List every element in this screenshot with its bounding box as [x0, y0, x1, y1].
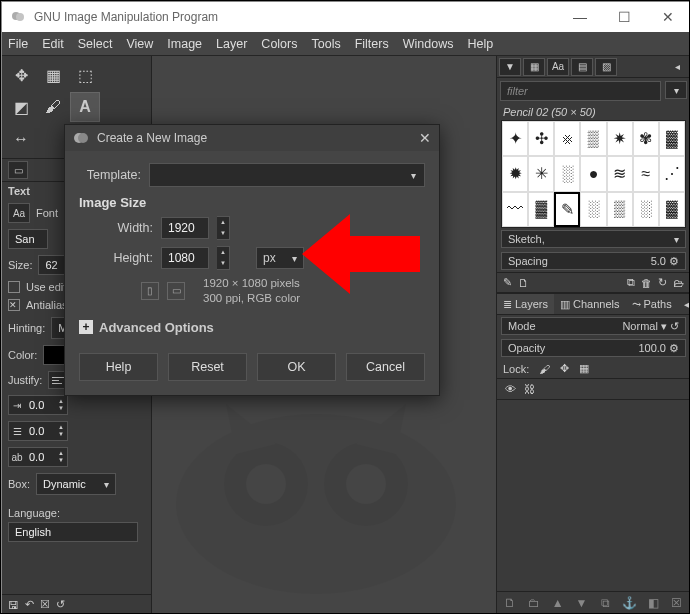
delete-brush-icon[interactable]: 🗑: [641, 277, 652, 289]
dock-tab-gradients[interactable]: ▨: [595, 58, 617, 76]
help-button[interactable]: Help: [79, 353, 158, 381]
font-label: Font: [36, 207, 58, 219]
menu-file[interactable]: File: [8, 37, 28, 51]
sketch-dropdown[interactable]: Sketch,▾: [501, 230, 686, 248]
line-spacing-spin[interactable]: ☰0.0▲▼: [8, 421, 68, 441]
window-title: GNU Image Manipulation Program: [34, 10, 218, 24]
font-family-input[interactable]: San: [8, 229, 48, 249]
mask-layer-button[interactable]: ◧: [644, 594, 662, 612]
link-chain-icon[interactable]: ⛓: [524, 383, 535, 395]
new-brush-icon[interactable]: 🗋: [518, 277, 529, 289]
close-button[interactable]: ✕: [646, 2, 690, 32]
cancel-button[interactable]: Cancel: [346, 353, 425, 381]
letter-spacing-spin[interactable]: ab0.0▲▼: [8, 447, 68, 467]
open-folder-icon[interactable]: 🗁: [673, 277, 684, 289]
merge-layer-button[interactable]: ⚓: [620, 594, 638, 612]
font-preview-icon[interactable]: Aa: [8, 203, 30, 223]
brush-filter-input[interactable]: filter: [500, 81, 661, 101]
portrait-orientation-button[interactable]: ▯: [141, 282, 159, 300]
use-editor-label: Use edit: [26, 281, 66, 293]
svg-point-5: [246, 464, 286, 504]
unit-dropdown[interactable]: px▾: [256, 247, 304, 269]
new-layer-button[interactable]: 🗋: [501, 594, 519, 612]
antialias-checkbox[interactable]: [8, 299, 20, 311]
paths-tab[interactable]: ⤳Paths: [626, 294, 678, 314]
minimize-button[interactable]: —: [558, 2, 602, 32]
delete-layer-button[interactable]: ☒: [668, 594, 686, 612]
delete-options-icon[interactable]: ☒: [40, 598, 50, 611]
menu-layer[interactable]: Layer: [216, 37, 247, 51]
menu-edit[interactable]: Edit: [42, 37, 64, 51]
height-spinner[interactable]: ▲▼: [217, 246, 230, 270]
transform-tool[interactable]: ◩: [6, 92, 36, 122]
brush-grid[interactable]: ✦✣⨳▒✷✾▓ ✹✳░●≋≈⋰ 〰▓✎░▒░▓: [501, 120, 686, 228]
edit-brush-icon[interactable]: ✎: [503, 276, 512, 289]
raise-layer-button[interactable]: ▲: [549, 594, 567, 612]
duplicate-brush-icon[interactable]: ⧉: [627, 276, 635, 289]
dialog-logo-icon: [73, 130, 89, 146]
reset-options-icon[interactable]: ↺: [56, 598, 65, 611]
svg-point-6: [346, 464, 386, 504]
menu-help[interactable]: Help: [467, 37, 493, 51]
language-input[interactable]: English: [8, 522, 138, 542]
lock-position-icon[interactable]: ✥: [560, 362, 569, 375]
menu-tools[interactable]: Tools: [311, 37, 340, 51]
opacity-slider[interactable]: Opacity100.0 ⚙: [501, 339, 686, 357]
advanced-options-toggle[interactable]: + Advanced Options: [79, 320, 425, 335]
save-options-icon[interactable]: 🖫: [8, 599, 19, 611]
new-image-dialog: Create a New Image ✕ Template: ▾ Image S…: [64, 124, 440, 396]
lock-pixels-icon[interactable]: 🖌: [539, 363, 550, 375]
channels-tab[interactable]: ▥Channels: [554, 294, 625, 314]
duplicate-layer-button[interactable]: ⧉: [596, 594, 614, 612]
dock-layers-menu-icon[interactable]: ◂: [678, 294, 690, 314]
reset-button[interactable]: Reset: [168, 353, 247, 381]
indent-first-spin[interactable]: ⇥0.0▲▼: [8, 395, 68, 415]
template-dropdown[interactable]: ▾: [149, 163, 425, 187]
svg-point-1: [16, 13, 24, 21]
lower-layer-button[interactable]: ▼: [573, 594, 591, 612]
menu-view[interactable]: View: [126, 37, 153, 51]
layer-group-button[interactable]: 🗀: [525, 594, 543, 612]
menubar: File Edit Select View Image Layer Colors…: [2, 32, 690, 56]
dock-tab-brushes[interactable]: ▼: [499, 58, 521, 76]
dock-menu-icon[interactable]: ◂: [666, 58, 688, 76]
dock-tab-fonts[interactable]: Aa: [547, 58, 569, 76]
width-spinner[interactable]: ▲▼: [217, 216, 230, 240]
width-input[interactable]: 1920: [161, 217, 209, 239]
mode-dropdown[interactable]: ModeNormal ▾ ↺: [501, 317, 686, 335]
measure-tool[interactable]: ↔: [6, 124, 36, 154]
warp-tool[interactable]: 🖌: [38, 92, 68, 122]
load-options-icon[interactable]: ↶: [25, 598, 34, 611]
ok-button[interactable]: OK: [257, 353, 336, 381]
layers-list[interactable]: [497, 400, 690, 592]
refresh-brush-icon[interactable]: ↻: [658, 276, 667, 289]
layers-tab[interactable]: ≣Layers: [497, 294, 554, 314]
menu-image[interactable]: Image: [167, 37, 202, 51]
align-tool[interactable]: ▦: [38, 60, 68, 90]
app-logo-icon: [10, 9, 26, 25]
dock-tab-history[interactable]: ▤: [571, 58, 593, 76]
select-tool[interactable]: ⬚: [70, 60, 100, 90]
menu-select[interactable]: Select: [78, 37, 113, 51]
menu-colors[interactable]: Colors: [261, 37, 297, 51]
menu-windows[interactable]: Windows: [403, 37, 454, 51]
spacing-slider[interactable]: Spacing5.0 ⚙: [501, 252, 686, 270]
text-tool[interactable]: A: [70, 92, 100, 122]
brush-name-label: Pencil 02 (50 × 50): [497, 104, 690, 120]
template-label: Template:: [79, 168, 141, 182]
landscape-orientation-button[interactable]: ▭: [167, 282, 185, 300]
dock-tab-patterns[interactable]: ▦: [523, 58, 545, 76]
lock-alpha-icon[interactable]: ▦: [579, 362, 589, 375]
box-dropdown[interactable]: Dynamic▾: [36, 473, 116, 495]
maximize-button[interactable]: ☐: [602, 2, 646, 32]
menu-filters[interactable]: Filters: [355, 37, 389, 51]
titlebar: GNU Image Manipulation Program — ☐ ✕: [2, 2, 690, 32]
use-editor-checkbox[interactable]: [8, 281, 20, 293]
filter-tags-icon[interactable]: ▾: [665, 81, 687, 99]
height-input[interactable]: 1080: [161, 247, 209, 269]
size-label: Size:: [8, 259, 32, 271]
move-tool[interactable]: ✥: [6, 60, 36, 90]
visibility-eye-icon[interactable]: 👁: [505, 383, 516, 395]
tool-options-tab-icon[interactable]: ▭: [8, 161, 28, 179]
dialog-close-button[interactable]: ✕: [419, 130, 431, 146]
